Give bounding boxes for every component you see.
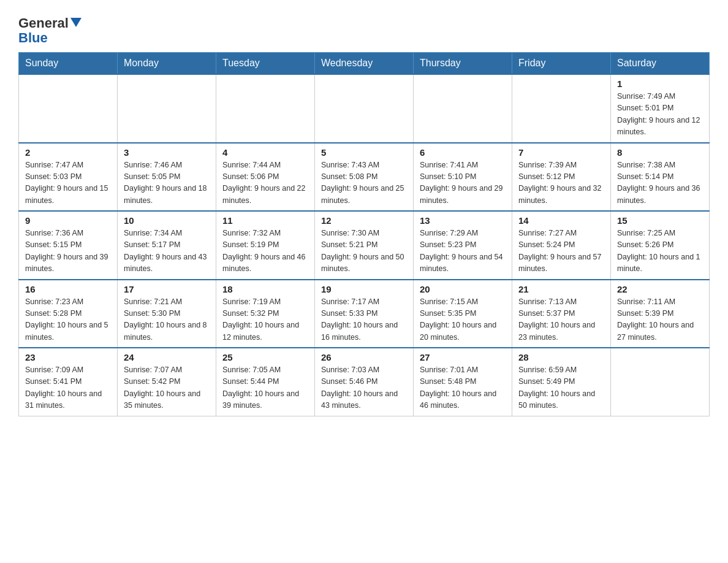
day-number: 26 xyxy=(321,352,407,362)
weekday-header-sunday: Sunday xyxy=(19,53,118,75)
logo: General Blue xyxy=(18,12,83,46)
day-info: Sunrise: 7:46 AMSunset: 5:05 PMDaylight:… xyxy=(124,159,210,207)
calendar-cell: 7Sunrise: 7:39 AMSunset: 5:12 PMDaylight… xyxy=(512,143,611,212)
weekday-header-saturday: Saturday xyxy=(611,53,710,75)
day-info: Sunrise: 7:36 AMSunset: 5:15 PMDaylight:… xyxy=(25,228,111,275)
calendar-cell: 21Sunrise: 7:13 AMSunset: 5:37 PMDayligh… xyxy=(512,280,611,348)
day-number: 28 xyxy=(518,352,604,362)
day-number: 1 xyxy=(617,79,703,89)
page-header: General Blue xyxy=(18,12,710,46)
day-info: Sunrise: 7:30 AMSunset: 5:21 PMDaylight:… xyxy=(321,228,407,275)
day-number: 9 xyxy=(25,215,111,226)
day-info: Sunrise: 7:47 AMSunset: 5:03 PMDaylight:… xyxy=(25,159,111,207)
day-number: 25 xyxy=(222,352,308,362)
calendar-cell: 15Sunrise: 7:25 AMSunset: 5:26 PMDayligh… xyxy=(611,211,710,280)
calendar-cell xyxy=(118,74,216,143)
day-info: Sunrise: 7:41 AMSunset: 5:10 PMDaylight:… xyxy=(420,159,506,207)
day-info: Sunrise: 7:43 AMSunset: 5:08 PMDaylight:… xyxy=(321,159,407,207)
day-info: Sunrise: 7:44 AMSunset: 5:06 PMDaylight:… xyxy=(222,159,308,207)
calendar-cell: 6Sunrise: 7:41 AMSunset: 5:10 PMDaylight… xyxy=(414,143,512,212)
day-info: Sunrise: 7:29 AMSunset: 5:23 PMDaylight:… xyxy=(420,228,506,275)
calendar-cell: 14Sunrise: 7:27 AMSunset: 5:24 PMDayligh… xyxy=(512,211,611,280)
day-number: 17 xyxy=(124,284,210,294)
day-info: Sunrise: 7:17 AMSunset: 5:33 PMDaylight:… xyxy=(321,296,407,344)
day-info: Sunrise: 7:34 AMSunset: 5:17 PMDaylight:… xyxy=(124,228,210,275)
calendar-cell: 24Sunrise: 7:07 AMSunset: 5:42 PMDayligh… xyxy=(118,348,216,416)
day-info: Sunrise: 7:21 AMSunset: 5:30 PMDaylight:… xyxy=(124,296,210,344)
day-number: 7 xyxy=(518,147,604,158)
day-number: 3 xyxy=(124,147,210,158)
calendar-table: SundayMondayTuesdayWednesdayThursdayFrid… xyxy=(18,52,710,416)
weekday-header-monday: Monday xyxy=(118,53,216,75)
calendar-cell: 23Sunrise: 7:09 AMSunset: 5:41 PMDayligh… xyxy=(19,348,118,416)
calendar-cell xyxy=(414,74,512,143)
calendar-cell: 22Sunrise: 7:11 AMSunset: 5:39 PMDayligh… xyxy=(611,280,710,348)
calendar-cell: 20Sunrise: 7:15 AMSunset: 5:35 PMDayligh… xyxy=(414,280,512,348)
day-info: Sunrise: 7:38 AMSunset: 5:14 PMDaylight:… xyxy=(617,159,703,207)
day-number: 5 xyxy=(321,147,407,158)
day-info: Sunrise: 7:09 AMSunset: 5:41 PMDaylight:… xyxy=(25,364,111,412)
day-number: 18 xyxy=(222,284,308,294)
day-number: 16 xyxy=(25,284,111,294)
calendar-cell: 4Sunrise: 7:44 AMSunset: 5:06 PMDaylight… xyxy=(216,143,315,212)
calendar-cell: 11Sunrise: 7:32 AMSunset: 5:19 PMDayligh… xyxy=(216,211,315,280)
calendar-cell: 12Sunrise: 7:30 AMSunset: 5:21 PMDayligh… xyxy=(315,211,414,280)
week-row-3: 9Sunrise: 7:36 AMSunset: 5:15 PMDaylight… xyxy=(19,211,710,280)
calendar-cell: 2Sunrise: 7:47 AMSunset: 5:03 PMDaylight… xyxy=(19,143,118,212)
day-number: 20 xyxy=(420,284,506,294)
week-row-4: 16Sunrise: 7:23 AMSunset: 5:28 PMDayligh… xyxy=(19,280,710,348)
day-number: 13 xyxy=(420,215,506,226)
calendar-cell xyxy=(315,74,414,143)
day-info: Sunrise: 7:25 AMSunset: 5:26 PMDaylight:… xyxy=(617,228,703,275)
logo-general-text: General xyxy=(18,15,69,31)
day-number: 12 xyxy=(321,215,407,226)
day-number: 2 xyxy=(25,147,111,158)
calendar-cell: 3Sunrise: 7:46 AMSunset: 5:05 PMDaylight… xyxy=(118,143,216,212)
day-number: 22 xyxy=(617,284,703,294)
day-info: Sunrise: 6:59 AMSunset: 5:49 PMDaylight:… xyxy=(518,364,604,412)
day-number: 15 xyxy=(617,215,703,226)
weekday-header-thursday: Thursday xyxy=(414,53,512,75)
day-info: Sunrise: 7:49 AMSunset: 5:01 PMDaylight:… xyxy=(617,91,703,139)
day-number: 23 xyxy=(25,352,111,362)
week-row-5: 23Sunrise: 7:09 AMSunset: 5:41 PMDayligh… xyxy=(19,348,710,416)
day-number: 4 xyxy=(222,147,308,158)
day-number: 27 xyxy=(420,352,506,362)
weekday-header-friday: Friday xyxy=(512,53,611,75)
calendar-cell xyxy=(216,74,315,143)
calendar-cell xyxy=(19,74,118,143)
calendar-cell: 18Sunrise: 7:19 AMSunset: 5:32 PMDayligh… xyxy=(216,280,315,348)
calendar-cell: 8Sunrise: 7:38 AMSunset: 5:14 PMDaylight… xyxy=(611,143,710,212)
calendar-cell: 27Sunrise: 7:01 AMSunset: 5:48 PMDayligh… xyxy=(414,348,512,416)
calendar-cell: 10Sunrise: 7:34 AMSunset: 5:17 PMDayligh… xyxy=(118,211,216,280)
day-info: Sunrise: 7:01 AMSunset: 5:48 PMDaylight:… xyxy=(420,364,506,412)
day-info: Sunrise: 7:19 AMSunset: 5:32 PMDaylight:… xyxy=(222,296,308,344)
day-number: 6 xyxy=(420,147,506,158)
calendar-cell xyxy=(512,74,611,143)
day-number: 8 xyxy=(617,147,703,158)
day-info: Sunrise: 7:23 AMSunset: 5:28 PMDaylight:… xyxy=(25,296,111,344)
day-info: Sunrise: 7:32 AMSunset: 5:19 PMDaylight:… xyxy=(222,228,308,275)
day-info: Sunrise: 7:15 AMSunset: 5:35 PMDaylight:… xyxy=(420,296,506,344)
logo-triangle-icon xyxy=(70,18,82,27)
calendar-cell xyxy=(611,348,710,416)
calendar-cell: 19Sunrise: 7:17 AMSunset: 5:33 PMDayligh… xyxy=(315,280,414,348)
day-number: 14 xyxy=(518,215,604,226)
calendar-cell: 16Sunrise: 7:23 AMSunset: 5:28 PMDayligh… xyxy=(19,280,118,348)
day-number: 10 xyxy=(124,215,210,226)
weekday-header-row: SundayMondayTuesdayWednesdayThursdayFrid… xyxy=(19,53,710,75)
day-info: Sunrise: 7:39 AMSunset: 5:12 PMDaylight:… xyxy=(518,159,604,207)
day-number: 19 xyxy=(321,284,407,294)
calendar-cell: 13Sunrise: 7:29 AMSunset: 5:23 PMDayligh… xyxy=(414,211,512,280)
day-info: Sunrise: 7:13 AMSunset: 5:37 PMDaylight:… xyxy=(518,296,604,344)
calendar-cell: 17Sunrise: 7:21 AMSunset: 5:30 PMDayligh… xyxy=(118,280,216,348)
day-number: 24 xyxy=(124,352,210,362)
calendar-cell: 28Sunrise: 6:59 AMSunset: 5:49 PMDayligh… xyxy=(512,348,611,416)
day-info: Sunrise: 7:05 AMSunset: 5:44 PMDaylight:… xyxy=(222,364,308,412)
calendar-cell: 25Sunrise: 7:05 AMSunset: 5:44 PMDayligh… xyxy=(216,348,315,416)
day-info: Sunrise: 7:07 AMSunset: 5:42 PMDaylight:… xyxy=(124,364,210,412)
logo-blue-text: Blue xyxy=(18,30,48,45)
week-row-1: 1Sunrise: 7:49 AMSunset: 5:01 PMDaylight… xyxy=(19,74,710,143)
weekday-header-wednesday: Wednesday xyxy=(315,53,414,75)
day-number: 21 xyxy=(518,284,604,294)
